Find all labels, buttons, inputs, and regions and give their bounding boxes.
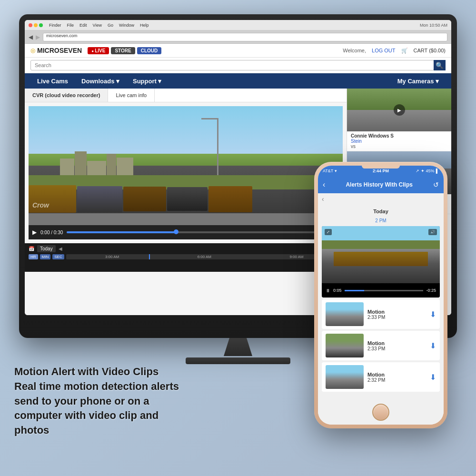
- nav-live-cams[interactable]: Live Cams: [30, 73, 75, 89]
- minimize-dot[interactable]: [34, 23, 38, 27]
- timeline-track[interactable]: 3:00 AM 6:00 AM 9:00 AM: [66, 254, 343, 259]
- building-1: [60, 159, 74, 178]
- alert-3-thumbnail: [326, 365, 364, 389]
- tab-cvr[interactable]: CVR (cloud video recorder): [25, 89, 108, 102]
- phone-content: ‹ Today 2 PM ⤢ 🔊 ⏸ 0:05: [318, 193, 444, 425]
- forward-btn[interactable]: ▶: [36, 34, 40, 40]
- tab-live-cam-info[interactable]: Live cam info: [108, 89, 155, 102]
- maximize-dot[interactable]: [39, 23, 43, 27]
- menu-go[interactable]: Go: [108, 23, 113, 28]
- phone-carrier: AT&T ▾: [323, 169, 373, 173]
- alert-item-1[interactable]: Motion 2:33 PM ⬇: [322, 299, 440, 329]
- camera-1-play-overlay[interactable]: ▶: [394, 104, 405, 116]
- timeline-scale: HR MIN SEC 3:00 AM 6:00 AM 9:00 AM: [29, 254, 343, 259]
- scale-min[interactable]: MIN: [40, 254, 51, 259]
- alert-1-thumbnail: [326, 302, 364, 326]
- scale-sec[interactable]: SEC: [52, 254, 64, 259]
- phone-notch: [362, 166, 400, 169]
- phone-date-nav: ‹: [318, 193, 444, 205]
- carrier-name: AT&T: [323, 169, 333, 173]
- battery-level: 45%: [426, 169, 435, 173]
- phone-refresh-button[interactable]: ↺: [433, 181, 439, 188]
- camera-1-user[interactable]: Stein: [351, 139, 447, 144]
- play-button[interactable]: ▶: [32, 229, 37, 236]
- phone-video-remaining: -0:25: [426, 288, 436, 293]
- alert-1-type: Motion: [367, 309, 426, 315]
- expand-button[interactable]: ⤢: [325, 229, 332, 235]
- phone-pause-button[interactable]: ⏸: [326, 288, 330, 293]
- phone-prev-btn[interactable]: ‹: [322, 195, 324, 203]
- menu-help[interactable]: Help: [140, 23, 149, 28]
- alert-item-3[interactable]: Motion 2:32 PM ⬇: [322, 362, 440, 392]
- cart-button[interactable]: CART ($0.00): [414, 48, 446, 53]
- phone-home-button[interactable]: [372, 404, 389, 421]
- camera-1-views: vs: [351, 144, 447, 149]
- alert-3-type: Motion: [367, 372, 426, 377]
- tab-cvr-label: CVR (cloud video recorder): [32, 92, 100, 98]
- camera-1-thumbnail-container: ▶: [347, 89, 451, 131]
- window-controls: [29, 23, 43, 27]
- logout-button[interactable]: LOG OUT: [372, 48, 396, 53]
- content-tabs: CVR (cloud video recorder) Live cam info: [25, 89, 347, 102]
- pill-cloud[interactable]: CLOUD: [137, 47, 162, 54]
- volume-button[interactable]: 🔊: [428, 229, 437, 235]
- tracks: [29, 213, 343, 225]
- nav-downloads[interactable]: Downloads ▾: [75, 73, 126, 89]
- pill-live[interactable]: LIVE: [88, 47, 109, 54]
- timeline-header: 📅 Today ◀: [29, 245, 343, 252]
- alert-1-info: Motion 2:33 PM: [367, 309, 426, 320]
- menu-view[interactable]: View: [93, 23, 102, 28]
- alert-2-thumbnail: [326, 334, 364, 357]
- nav-support[interactable]: Support ▾: [126, 73, 168, 89]
- monitor-stand-neck: [224, 338, 252, 356]
- alert-3-download-button[interactable]: ⬇: [430, 373, 436, 382]
- phone: AT&T ▾ 2:44 PM ↗ ✦ 45% ▌ ‹ Alerts Histor…: [314, 162, 447, 428]
- train-car-2: [77, 186, 122, 212]
- search-button[interactable]: 🔍: [434, 60, 446, 70]
- close-dot[interactable]: [29, 23, 32, 27]
- train-car-1: Crow: [29, 185, 76, 213]
- logo-text: MICROSEVEN: [37, 47, 82, 54]
- timeline-today-label: Today: [37, 245, 56, 252]
- browser-clock: Mon 10:50 AM: [420, 23, 447, 28]
- nav-my-cameras[interactable]: My Cameras ▾: [391, 73, 446, 89]
- search-input[interactable]: [30, 60, 434, 70]
- phone-inner: AT&T ▾ 2:44 PM ↗ ✦ 45% ▌ ‹ Alerts Histor…: [318, 166, 444, 425]
- phone-back-button[interactable]: ‹: [323, 180, 325, 189]
- timeline-marker: [149, 254, 150, 259]
- alert-3-time: 2:32 PM: [367, 377, 426, 383]
- welcome-text: Welcome,: [343, 48, 366, 53]
- progress-dot: [174, 229, 178, 234]
- pill-store[interactable]: STORE: [111, 47, 135, 54]
- phone-progress-bar[interactable]: [345, 290, 424, 291]
- alert-1-time: 2:33 PM: [367, 315, 426, 320]
- video-scene: Crow: [29, 106, 343, 225]
- phone-train-car: [334, 252, 428, 266]
- menu-finder[interactable]: Finder: [49, 23, 61, 28]
- train-area: Crow: [29, 182, 343, 216]
- alert-1-download-button[interactable]: ⬇: [430, 310, 436, 319]
- menu-file[interactable]: File: [67, 23, 74, 28]
- phone-time-sub: 2 PM: [318, 218, 444, 223]
- alert-item-2[interactable]: Motion 2:33 PM ⬇: [322, 331, 440, 360]
- menu-window[interactable]: Window: [119, 23, 134, 28]
- progress-fill: [67, 231, 176, 233]
- progress-bar[interactable]: [67, 231, 339, 233]
- back-btn[interactable]: ◀: [29, 34, 33, 40]
- address-bar: ◀ ▶ microseven.com: [25, 30, 451, 44]
- phone-screen-title: Alerts History With Clips: [329, 181, 429, 188]
- menu-edit[interactable]: Edit: [79, 23, 87, 28]
- alert-2-download-button[interactable]: ⬇: [430, 341, 436, 350]
- address-input[interactable]: microseven.com: [43, 33, 447, 41]
- street-light: [201, 118, 217, 119]
- scale-hr[interactable]: HR: [29, 254, 38, 259]
- timeline-prev[interactable]: ◀: [59, 246, 62, 251]
- train-car-5: [208, 186, 252, 212]
- phone-nav-bar: ‹ Alerts History With Clips ↺: [318, 176, 444, 193]
- phone-video-time: 0:05: [333, 288, 342, 293]
- bluetooth-icon: ✦: [421, 169, 425, 173]
- train-car-4: [167, 187, 208, 211]
- nav-downloads-label: Downloads ▾: [81, 78, 119, 85]
- buildings: [29, 151, 343, 178]
- alert-3-info: Motion 2:32 PM: [367, 372, 426, 383]
